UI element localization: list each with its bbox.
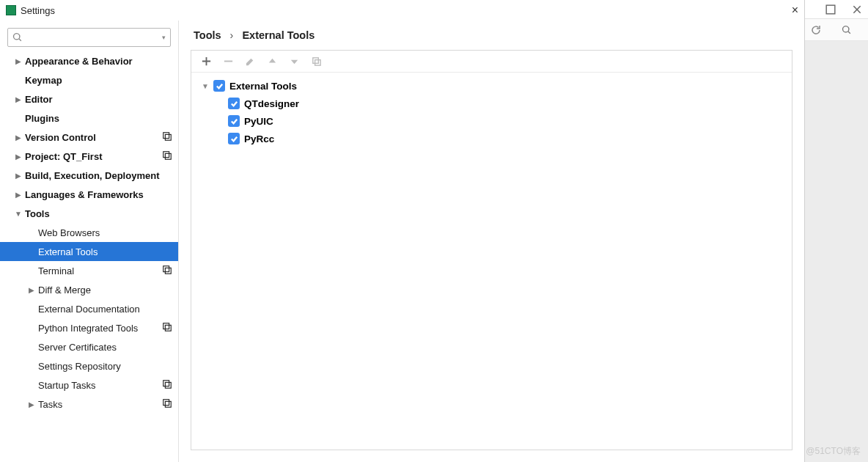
sidebar-item[interactable]: Python Integrated Tools	[0, 318, 178, 337]
search-icon	[12, 32, 23, 43]
sidebar-item-label: Web Browsers	[38, 227, 172, 238]
chevron-down-icon[interactable]: ▼	[15, 210, 22, 218]
tree-row[interactable]: QTdesigner	[199, 95, 784, 112]
profile-scheme-icon	[162, 265, 172, 277]
svg-rect-34	[163, 380, 169, 386]
svg-rect-29	[165, 325, 171, 331]
breadcrumb-item: Tools	[194, 29, 221, 41]
remove-button[interactable]	[221, 54, 235, 69]
svg-rect-22	[163, 265, 169, 271]
svg-rect-39	[312, 58, 318, 64]
sidebar-item-label: External Tools	[38, 246, 172, 257]
checkbox[interactable]	[228, 133, 240, 144]
sidebar-item[interactable]: ▶Editor	[0, 89, 178, 109]
sidebar-item-label: Diff & Merge	[38, 285, 172, 296]
move-up-button[interactable]	[265, 54, 279, 69]
external-tools-panel: ▼ External Tools QTdesignerPyUICPyRcc	[191, 50, 792, 450]
sidebar-nav: ▶Appearance & BehaviorKeymap▶EditorPlugi…	[0, 51, 178, 462]
sidebar-item-label: Startup Tasks	[38, 380, 162, 391]
search-icon[interactable]	[842, 25, 852, 35]
sidebar-item-label: Terminal	[38, 265, 162, 276]
svg-rect-28	[163, 323, 169, 329]
edit-button[interactable]	[243, 54, 257, 69]
sidebar-item[interactable]: ▶Project: QT_First	[0, 147, 178, 166]
svg-rect-36	[163, 399, 169, 405]
profile-scheme-icon	[162, 379, 172, 392]
watermark: @51CTO博客	[806, 445, 861, 458]
chevron-down-icon[interactable]: ▾	[162, 34, 166, 41]
external-tools-tree: ▼ External Tools QTdesignerPyUICPyRcc	[191, 73, 792, 152]
svg-rect-41	[826, 5, 835, 14]
profile-scheme-icon	[162, 150, 172, 163]
tree-label: External Tools	[229, 81, 297, 92]
checkbox[interactable]	[228, 98, 240, 109]
tree-row[interactable]: PyRcc	[199, 130, 784, 147]
checkbox[interactable]	[228, 115, 240, 127]
svg-rect-40	[315, 60, 320, 66]
sidebar-item-label: Settings Repository	[38, 361, 172, 372]
app-icon	[6, 5, 16, 15]
tree-row[interactable]: PyUIC	[199, 112, 784, 130]
chevron-right-icon[interactable]: ▶	[15, 172, 22, 180]
chevron-down-icon[interactable]: ▼	[202, 82, 209, 90]
sidebar-item[interactable]: Plugins	[0, 109, 178, 128]
sidebar-item-label: Python Integrated Tools	[38, 323, 162, 334]
copy-button[interactable]	[309, 54, 323, 69]
svg-rect-37	[165, 401, 171, 407]
sidebar-item[interactable]: Settings Repository	[0, 356, 178, 375]
sidebar-item[interactable]: Keymap	[0, 70, 178, 89]
profile-scheme-icon	[162, 131, 172, 144]
sidebar-search[interactable]: ▾	[7, 28, 171, 47]
sidebar-item[interactable]: External Documentation	[0, 299, 178, 318]
svg-rect-10	[163, 151, 169, 157]
chevron-right-icon[interactable]: ▶	[28, 286, 35, 294]
chevron-right-icon[interactable]: ▶	[15, 133, 22, 142]
maximize-icon[interactable]	[825, 4, 836, 15]
refresh-icon[interactable]	[811, 25, 821, 35]
background-toolbar	[805, 19, 868, 41]
sidebar-item[interactable]: ▶Diff & Merge	[0, 280, 178, 299]
sidebar-item-label: Editor	[25, 94, 172, 105]
sidebar-item[interactable]: ▶Build, Execution, Deployment	[0, 166, 178, 185]
sidebar-item-label: External Documentation	[38, 304, 172, 315]
add-button[interactable]	[199, 54, 213, 69]
sidebar-item-label: Build, Execution, Deployment	[25, 170, 172, 181]
sidebar-item[interactable]: Terminal	[0, 261, 178, 280]
sidebar-item-label: Version Control	[25, 132, 162, 143]
sidebar-item[interactable]: Server Certificates	[0, 337, 178, 356]
svg-rect-8	[163, 132, 169, 138]
sidebar-item[interactable]: Web Browsers	[0, 223, 178, 242]
tree-label: PyUIC	[244, 116, 273, 127]
chevron-right-icon[interactable]: ▶	[15, 95, 22, 103]
sidebar-item[interactable]: ▶Version Control	[0, 128, 178, 147]
settings-main: Tools › External Tools	[179, 21, 804, 462]
breadcrumb: Tools › External Tools	[179, 21, 804, 50]
chevron-right-icon[interactable]: ▶	[15, 153, 22, 161]
chevron-right-icon: ›	[229, 29, 235, 41]
search-input[interactable]	[27, 32, 158, 43]
chevron-right-icon[interactable]: ▶	[15, 191, 22, 199]
chevron-right-icon[interactable]: ▶	[15, 57, 22, 65]
close-icon[interactable]: ×	[792, 4, 798, 17]
svg-rect-38	[224, 61, 232, 62]
tree-label: PyRcc	[244, 133, 274, 144]
sidebar-item[interactable]: ▶Tasks	[0, 395, 178, 414]
tree-row-root[interactable]: ▼ External Tools	[199, 77, 784, 95]
sidebar-item[interactable]: ▼Tools	[0, 204, 178, 223]
breadcrumb-item: External Tools	[242, 29, 315, 41]
sidebar-item[interactable]: ▶Languages & Frameworks	[0, 185, 178, 204]
sidebar-item[interactable]: External Tools	[0, 242, 178, 261]
sidebar-item-label: Tasks	[38, 399, 162, 410]
svg-rect-23	[165, 268, 171, 274]
sidebar-item-label: Project: QT_First	[25, 151, 162, 162]
sidebar-item[interactable]: Startup Tasks	[0, 375, 178, 395]
window-title: Settings	[21, 5, 55, 16]
sidebar-item-label: Appearance & Behavior	[25, 56, 172, 67]
svg-rect-11	[165, 153, 171, 159]
checkbox[interactable]	[213, 80, 225, 92]
background-window-buttons	[805, 0, 868, 19]
close-icon[interactable]	[852, 4, 862, 15]
move-down-button[interactable]	[287, 54, 301, 69]
sidebar-item[interactable]: ▶Appearance & Behavior	[0, 51, 178, 70]
chevron-right-icon[interactable]: ▶	[28, 400, 35, 408]
